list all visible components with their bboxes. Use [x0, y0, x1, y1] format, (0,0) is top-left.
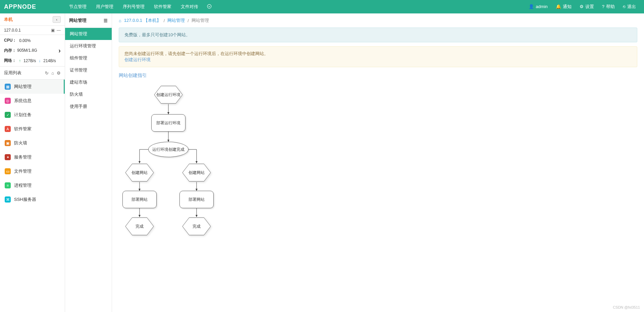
submenu-header: 网站管理 ☰ [65, 13, 112, 28]
sub-item-2[interactable]: 组件管理 [65, 52, 112, 64]
applist-title: 应用列表 [4, 70, 21, 76]
flow-node-deploy-env: 部署运行环境 [156, 120, 180, 126]
app-item-6[interactable]: ▭文件管理 [0, 164, 65, 178]
app-item-2[interactable]: ✓计划任务 [0, 108, 65, 122]
flowchart: 创建运行环境 部署运行环境 运行环境创建完成 创建网站 创建网站 部署网站 部署… [119, 85, 337, 247]
menu-icon[interactable]: ☰ [104, 18, 108, 23]
sub-items: 网站管理运行环境管理组件管理证书管理建站市场防火墙使用手册 [65, 28, 112, 113]
app-item-label: 进程管理 [14, 182, 32, 188]
section-title: 网站创建指引 [119, 73, 637, 79]
mem-label: 内存： [4, 48, 16, 53]
sub-item-3[interactable]: 证书管理 [65, 64, 112, 76]
sub-item-5[interactable]: 防火墙 [65, 88, 112, 100]
host-ip-row: 127.0.0.1 ▣ — [0, 26, 65, 35]
app-item-0[interactable]: ▦网站管理 [0, 80, 65, 94]
app-items: ▦网站管理◎系统信息✓计划任务A软件管家▣防火墙✦服务管理▭文件管理≡进程管理⌘… [0, 80, 65, 207]
user-menu[interactable]: 👤admin [525, 0, 551, 13]
alert-warning: 您尚未创建运行环境，请先创建一个运行环境后，在运行环境中创建网站。 创建运行环境 [119, 46, 637, 67]
flow-node-done-b: 完成 [193, 224, 201, 229]
breadcrumb-level1[interactable]: 网站管理 [167, 17, 185, 24]
net-up-value: 127B/s [23, 58, 36, 63]
sub-item-4[interactable]: 建站市场 [65, 76, 112, 88]
top-nav-item-0[interactable]: 节点管理 [64, 0, 91, 13]
breadcrumb-node[interactable]: 127.0.0.1 【本机】 [124, 17, 161, 24]
flow-node-create-site-a: 创建网站 [131, 170, 148, 176]
app-item-1[interactable]: ◎系统信息 [0, 94, 65, 108]
terminal-icon[interactable]: ▣ [51, 28, 55, 33]
host-collapse-button[interactable]: ‹ [53, 16, 61, 23]
home-icon[interactable]: ⌂ [119, 18, 121, 23]
dash-icon[interactable]: — [57, 28, 61, 33]
mem-value: 905M/1.8G [17, 48, 37, 53]
flow-node-done-a: 完成 [136, 224, 144, 229]
top-nav-right: 👤admin 🔔通知 ⚙设置 ?帮助 ⎋退出 [525, 0, 640, 13]
flow-node-create-env: 创建运行环境 [156, 92, 180, 98]
flow-node-env-done: 运行环境创建完成 [152, 147, 184, 152]
app-item-icon: ✓ [5, 112, 11, 118]
chevron-down-icon [207, 4, 212, 9]
breadcrumb-level2: 网站管理 [192, 17, 209, 24]
app-item-label: 网站管理 [14, 84, 32, 90]
breadcrumb: ⌂ 127.0.0.1 【本机】 / 网站管理 / 网站管理 [112, 13, 644, 28]
arrow-down-icon: ↓ [39, 58, 41, 63]
top-nav-menu: 节点管理用户管理序列号管理软件管家文件对传 [64, 0, 203, 13]
top-nav-item-4[interactable]: 文件对传 [176, 0, 203, 13]
main-content: ⌂ 127.0.0.1 【本机】 / 网站管理 / 网站管理 免费版，最多只可创… [112, 13, 644, 312]
app-item-icon: ⌘ [5, 196, 11, 203]
app-item-5[interactable]: ✦服务管理 [0, 150, 65, 164]
alert-info: 免费版，最多只可创建10个网站。 [119, 28, 637, 42]
sub-item-1[interactable]: 运行环境管理 [65, 40, 112, 52]
net-label: 网络： [4, 58, 16, 63]
help-link[interactable]: ?帮助 [598, 0, 619, 13]
host-ip: 127.0.0.1 [4, 28, 21, 33]
app-item-7[interactable]: ≡进程管理 [0, 178, 65, 192]
watermark: CSDN @fxl3511 [613, 305, 640, 309]
app-item-label: 软件管家 [14, 126, 32, 132]
user-icon: 👤 [529, 0, 534, 13]
app-item-icon: ≡ [5, 182, 11, 188]
top-nav-item-3[interactable]: 软件管家 [149, 0, 176, 13]
sub-item-6[interactable]: 使用手册 [65, 100, 112, 113]
svg-point-0 [207, 4, 211, 8]
top-nav: APPNODE 节点管理用户管理序列号管理软件管家文件对传 👤admin 🔔通知… [0, 0, 644, 13]
create-env-link[interactable]: 创建运行环境 [124, 57, 151, 62]
home-icon[interactable]: ⌂ [51, 71, 54, 76]
applist-header: 应用列表 ↻ ⌂ ⚙ [0, 66, 65, 80]
app-item-8[interactable]: ⌘SSH服务器 [0, 192, 65, 207]
cpu-label: CPU： [4, 38, 16, 43]
help-icon: ? [602, 0, 604, 13]
sidebar-left: 本机 ‹ 127.0.0.1 ▣ — CPU： 0.00% 内存： 905M/1… [0, 13, 65, 312]
logout-link[interactable]: ⎋退出 [619, 0, 640, 13]
stats-expand-button[interactable]: › [58, 47, 61, 54]
brand-logo: APPNODE [4, 3, 64, 10]
nav-dropdown-toggle[interactable] [203, 4, 216, 10]
gear-icon: ⚙ [580, 0, 584, 13]
settings-link[interactable]: ⚙设置 [576, 0, 598, 13]
app-item-3[interactable]: A软件管家 [0, 122, 65, 136]
cpu-value: 0.00% [19, 38, 31, 43]
top-nav-item-1[interactable]: 用户管理 [91, 0, 118, 13]
app-item-label: 计划任务 [14, 112, 32, 118]
app-item-label: 系统信息 [14, 98, 32, 104]
app-item-label: 文件管理 [14, 168, 32, 174]
arrow-up-icon: ↑ [19, 58, 21, 63]
host-stats: CPU： 0.00% 内存： 905M/1.8G › 网络： ↑ 127B/s … [0, 35, 65, 66]
flow-node-create-site-b: 创建网站 [189, 170, 205, 176]
app-item-4[interactable]: ▣防火墙 [0, 136, 65, 150]
refresh-icon[interactable]: ↻ [45, 71, 49, 76]
gear-icon[interactable]: ⚙ [57, 71, 61, 76]
app-item-icon: ▦ [5, 84, 11, 90]
app-item-label: SSH服务器 [14, 196, 36, 203]
app-item-icon: ✦ [5, 154, 11, 160]
app-item-label: 防火墙 [14, 140, 27, 146]
submenu-title: 网站管理 [69, 17, 87, 24]
top-nav-item-2[interactable]: 序列号管理 [118, 0, 149, 13]
notify-link[interactable]: 🔔通知 [552, 0, 576, 13]
flow-node-deploy-site-b: 部署网站 [189, 197, 205, 203]
sub-item-0[interactable]: 网站管理 [65, 28, 112, 40]
net-down-value: 214B/s [43, 58, 56, 63]
logout-icon: ⎋ [623, 0, 626, 13]
flow-node-deploy-site-a: 部署网站 [131, 197, 148, 203]
host-tab: 本机 ‹ [0, 13, 65, 26]
sidebar-sub: 网站管理 ☰ 网站管理运行环境管理组件管理证书管理建站市场防火墙使用手册 [65, 13, 112, 312]
